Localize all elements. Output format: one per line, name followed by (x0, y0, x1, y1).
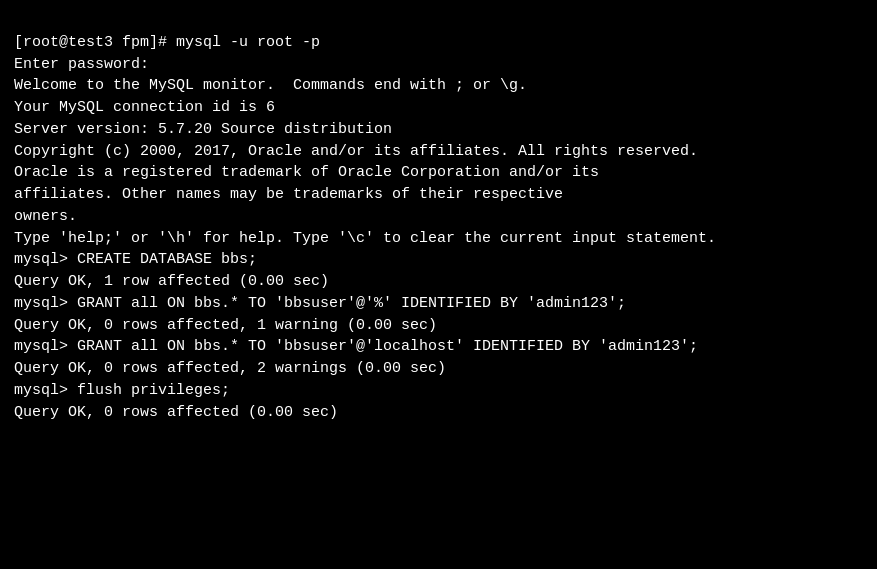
terminal-line: Query OK, 0 rows affected, 1 warning (0.… (14, 315, 863, 337)
terminal-line: mysql> GRANT all ON bbs.* TO 'bbsuser'@'… (14, 336, 863, 358)
terminal-line: Query OK, 1 row affected (0.00 sec) (14, 271, 863, 293)
terminal-line: affiliates. Other names may be trademark… (14, 184, 863, 206)
terminal-line: Server version: 5.7.20 Source distributi… (14, 119, 863, 141)
terminal-line: Enter password: (14, 54, 863, 76)
terminal-line: Query OK, 0 rows affected, 2 warnings (0… (14, 358, 863, 380)
terminal-line: Query OK, 0 rows affected (0.00 sec) (14, 402, 863, 424)
terminal-line: mysql> GRANT all ON bbs.* TO 'bbsuser'@'… (14, 293, 863, 315)
terminal-line: mysql> flush privileges; (14, 380, 863, 402)
terminal-line: [root@test3 fpm]# mysql -u root -p (14, 32, 863, 54)
terminal-line: Welcome to the MySQL monitor. Commands e… (14, 75, 863, 97)
terminal-line: Type 'help;' or '\h' for help. Type '\c'… (14, 228, 863, 250)
terminal-line: Oracle is a registered trademark of Orac… (14, 162, 863, 184)
terminal-line: owners. (14, 206, 863, 228)
terminal-window: [root@test3 fpm]# mysql -u root -pEnter … (0, 0, 877, 569)
terminal-line: Copyright (c) 2000, 2017, Oracle and/or … (14, 141, 863, 163)
terminal-line: mysql> CREATE DATABASE bbs; (14, 249, 863, 271)
terminal-line: Your MySQL connection id is 6 (14, 97, 863, 119)
